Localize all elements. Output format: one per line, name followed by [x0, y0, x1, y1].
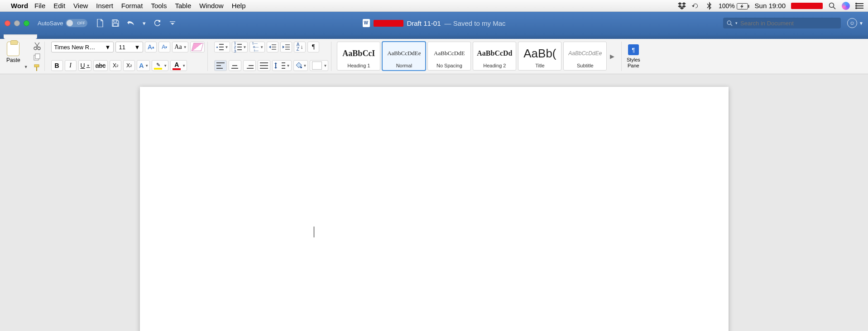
- line-spacing-button[interactable]: ▼: [272, 60, 292, 71]
- menu-help[interactable]: Help: [232, 2, 246, 9]
- shading-button[interactable]: ▼: [293, 60, 308, 71]
- numbering-button[interactable]: 123▼: [232, 42, 248, 52]
- window-controls: [5, 20, 29, 26]
- menu-format[interactable]: Format: [121, 2, 143, 9]
- show-marks-button[interactable]: ¶: [307, 42, 319, 52]
- siri-icon[interactable]: [842, 2, 850, 10]
- style-heading-1[interactable]: AaBbCcIHeading 1: [337, 42, 380, 71]
- save-status: — Saved to my Mac: [445, 19, 506, 27]
- spotlight-icon[interactable]: [828, 2, 836, 10]
- sort-button[interactable]: AZ↓: [294, 42, 306, 52]
- notification-center-icon[interactable]: [855, 2, 863, 10]
- styles-gallery-more[interactable]: ▶: [609, 42, 616, 71]
- font-group: Times New R…▼ 11▼ A▴ A▾ Aa▼ B I U▼ abc X…: [48, 42, 208, 71]
- svg-rect-1: [748, 5, 749, 8]
- bold-button[interactable]: B: [51, 60, 63, 71]
- font-name-combo[interactable]: Times New R…▼: [51, 42, 114, 52]
- undo-button[interactable]: [126, 19, 135, 28]
- copy-button[interactable]: [33, 52, 42, 61]
- shrink-font-button[interactable]: A▾: [158, 42, 170, 52]
- align-left-button[interactable]: [214, 60, 227, 71]
- page[interactable]: [140, 87, 729, 331]
- autosave-toggle[interactable]: OFF: [66, 19, 87, 27]
- autosave-label: AutoSave: [38, 20, 63, 27]
- borders-button[interactable]: ▼: [310, 60, 328, 71]
- style-heading-2[interactable]: AaBbCcDdHeading 2: [473, 42, 516, 71]
- zoom-window-button[interactable]: [24, 20, 29, 26]
- text-effects-button[interactable]: A▼: [137, 60, 150, 71]
- paragraph-group: ▼ 123▼ 1— a— i—▼ AZ↓ ¶ ▼ ▼ ▼: [211, 42, 332, 71]
- clear-formatting-button[interactable]: [190, 42, 205, 52]
- bullets-button[interactable]: ▼: [214, 42, 230, 52]
- paste-button[interactable]: Paste: [6, 42, 20, 63]
- search-in-document[interactable]: ▾: [723, 18, 841, 28]
- ribbon-tabstrip: [0, 34, 868, 39]
- style-subtitle[interactable]: AaBbCcDdEeSubtitle: [563, 42, 607, 71]
- style-name: Heading 1: [347, 63, 370, 68]
- style-name: No Spacing: [436, 63, 462, 68]
- autosave-state: OFF: [77, 21, 85, 25]
- increase-indent-button[interactable]: [280, 42, 292, 52]
- menu-window[interactable]: Window: [199, 2, 223, 9]
- style-normal[interactable]: AaBbCcDdEeNormal: [382, 42, 426, 71]
- sync-icon[interactable]: [691, 2, 700, 10]
- document-area[interactable]: [0, 74, 868, 331]
- grow-font-button[interactable]: A▴: [145, 42, 157, 52]
- battery-status[interactable]: 100%: [719, 2, 749, 9]
- style-no-spacing[interactable]: AaBbCcDdENo Spacing: [427, 42, 471, 71]
- strikethrough-button[interactable]: abc: [93, 60, 108, 71]
- save-button[interactable]: [111, 19, 120, 28]
- paste-dropdown[interactable]: ▼: [24, 65, 28, 69]
- italic-button[interactable]: I: [65, 60, 77, 71]
- undo-dropdown[interactable]: ▾: [142, 19, 146, 28]
- app-name[interactable]: Word: [11, 2, 28, 9]
- document-title: Draft 11-01 — Saved to my Mac: [362, 19, 505, 27]
- menu-edit[interactable]: Edit: [53, 2, 65, 9]
- menu-tools[interactable]: Tools: [151, 2, 167, 9]
- svg-point-8: [855, 5, 857, 7]
- bluetooth-icon[interactable]: [705, 2, 713, 10]
- menu-view[interactable]: View: [73, 2, 88, 9]
- subscript-button[interactable]: X2: [110, 60, 121, 71]
- align-center-button[interactable]: [229, 60, 241, 71]
- feedback-dropdown[interactable]: ▼: [859, 21, 863, 26]
- font-size-combo[interactable]: 11▼: [115, 42, 143, 52]
- new-doc-button[interactable]: [96, 19, 105, 28]
- styles-group: AaBbCcIHeading 1 AaBbCcDdEeNormal AaBbCc…: [335, 42, 618, 71]
- text-cursor: [314, 227, 315, 237]
- underline-button[interactable]: U▼: [78, 60, 91, 71]
- decrease-indent-button[interactable]: [267, 42, 278, 52]
- feedback-button[interactable]: ☺: [847, 18, 857, 28]
- close-window-button[interactable]: [5, 20, 10, 26]
- style-name: Title: [535, 63, 544, 68]
- change-case-button[interactable]: Aa▼: [172, 42, 188, 52]
- styles-pane-button[interactable]: ¶ Styles Pane: [621, 42, 641, 71]
- highlight-button[interactable]: ✎▼: [152, 60, 168, 71]
- cut-button[interactable]: [33, 42, 42, 51]
- paragraph-icon: ¶: [628, 44, 639, 55]
- search-input[interactable]: [740, 20, 837, 27]
- font-size-value: 11: [119, 44, 132, 51]
- style-title[interactable]: AaBb(Title: [518, 42, 561, 71]
- ribbon: Paste ▼ Times New R…▼ 11▼ A▴ A▾ Aa▼ B I …: [0, 39, 868, 74]
- align-right-button[interactable]: [243, 60, 256, 71]
- format-painter-button[interactable]: [33, 63, 42, 72]
- menubar-clock[interactable]: Sun 19:00: [755, 2, 786, 9]
- battery-pct: 100%: [719, 2, 735, 9]
- svg-point-7: [855, 3, 857, 5]
- justify-button[interactable]: [258, 60, 270, 71]
- paste-label: Paste: [6, 57, 20, 63]
- minimize-window-button[interactable]: [14, 20, 20, 26]
- multilevel-list-button[interactable]: 1— a— i—▼: [249, 42, 265, 52]
- qat-customize[interactable]: [168, 19, 177, 28]
- dropbox-icon[interactable]: [678, 2, 686, 10]
- svg-point-13: [727, 21, 731, 24]
- redo-button[interactable]: [153, 19, 162, 28]
- quick-access-toolbar: ▾: [96, 19, 177, 28]
- font-color-button[interactable]: A▼: [170, 60, 187, 71]
- menu-insert[interactable]: Insert: [96, 2, 113, 9]
- menu-table[interactable]: Table: [175, 2, 191, 9]
- superscript-button[interactable]: X2: [123, 60, 135, 71]
- svg-point-29: [300, 66, 302, 68]
- menu-file[interactable]: File: [34, 2, 45, 9]
